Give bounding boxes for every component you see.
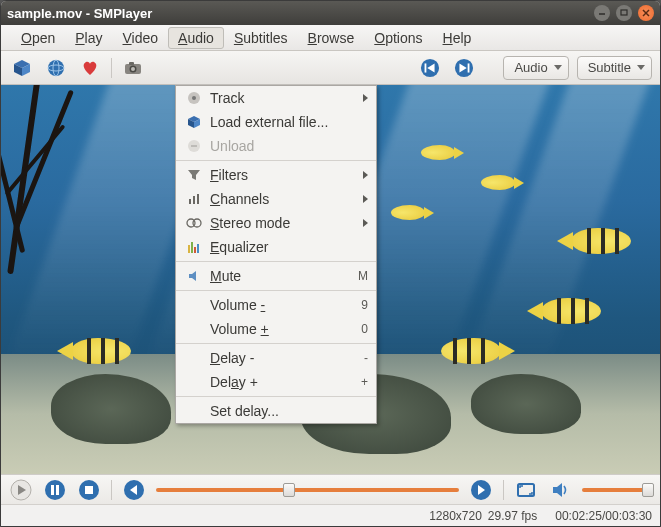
menu-audio[interactable]: Audio [168, 27, 224, 49]
playback-controls [1, 474, 660, 504]
svg-marker-36 [189, 271, 196, 281]
status-resolution: 1280x720 [429, 509, 482, 523]
svg-rect-35 [197, 244, 199, 253]
window-title: sample.mov - SMPlayer [7, 6, 594, 21]
svg-rect-19 [468, 63, 470, 72]
video-viewport: Track Load external file... Unload Filte… [1, 85, 660, 474]
audio-track-dropdown[interactable]: Audio [503, 56, 568, 80]
svg-rect-34 [194, 247, 196, 253]
svg-point-39 [45, 480, 65, 500]
mute-icon [184, 268, 204, 284]
menu-item-filters[interactable]: Filters [176, 163, 376, 187]
menu-item-track[interactable]: Track [176, 86, 376, 110]
separator [503, 480, 504, 500]
menu-separator [176, 396, 376, 397]
menu-play[interactable]: Play [65, 27, 112, 49]
menu-item-volume-plus[interactable]: Volume + 0 [176, 317, 376, 341]
volume-slider[interactable] [582, 488, 652, 492]
open-url-icon[interactable] [43, 56, 69, 80]
menu-item-mute[interactable]: Mute M [176, 264, 376, 288]
titlebar: sample.mov - SMPlayer [1, 1, 660, 25]
status-total-time: 00:03:30 [605, 509, 652, 523]
file-icon [184, 114, 204, 130]
volume-icon[interactable] [548, 478, 572, 502]
svg-rect-1 [621, 10, 627, 15]
submenu-arrow-icon [363, 94, 368, 102]
toolbar: Audio Subtitle [1, 51, 660, 85]
menu-browse[interactable]: Browse [298, 27, 365, 49]
menubar: Open Play Video Audio Subtitles Browse O… [1, 25, 660, 51]
menu-item-volume-minus[interactable]: Volume - 9 [176, 293, 376, 317]
shortcut-key: - [352, 351, 368, 365]
menu-item-delay-minus[interactable]: Delay - - [176, 346, 376, 370]
menu-separator [176, 343, 376, 344]
menu-video[interactable]: Video [113, 27, 169, 49]
screenshot-icon[interactable] [120, 56, 146, 80]
window-controls [594, 5, 654, 21]
menu-separator [176, 160, 376, 161]
pause-button[interactable] [43, 478, 67, 502]
submenu-arrow-icon [363, 195, 368, 203]
menu-options[interactable]: Options [364, 27, 432, 49]
shortcut-key: M [352, 269, 368, 283]
unload-icon [184, 138, 204, 154]
menu-item-unload: Unload [176, 134, 376, 158]
stop-button[interactable] [77, 478, 101, 502]
seek-forward-button[interactable] [469, 478, 493, 502]
svg-point-7 [48, 60, 64, 76]
maximize-button[interactable] [616, 5, 632, 21]
svg-rect-43 [85, 486, 93, 494]
favorite-icon[interactable] [77, 56, 103, 80]
svg-point-21 [192, 96, 196, 100]
svg-rect-26 [191, 145, 197, 147]
status-fps: 29.97 fps [488, 509, 537, 523]
channels-icon [184, 191, 204, 207]
menu-item-delay-plus[interactable]: Delay + + [176, 370, 376, 394]
svg-rect-11 [129, 62, 134, 65]
svg-rect-33 [191, 242, 193, 253]
audio-menu: Track Load external file... Unload Filte… [175, 85, 377, 424]
menu-separator [176, 290, 376, 291]
svg-rect-40 [51, 485, 54, 495]
seek-back-button[interactable] [122, 478, 146, 502]
fullscreen-button[interactable] [514, 478, 538, 502]
svg-rect-28 [193, 196, 195, 204]
seek-slider[interactable] [156, 488, 459, 492]
submenu-arrow-icon [363, 171, 368, 179]
chevron-down-icon [554, 65, 562, 70]
seek-thumb[interactable] [283, 483, 295, 497]
menu-item-set-delay[interactable]: Set delay... [176, 399, 376, 423]
separator [111, 480, 112, 500]
svg-rect-32 [188, 245, 190, 253]
audio-track-label: Audio [514, 60, 547, 75]
close-button[interactable] [638, 5, 654, 21]
shortcut-key: + [352, 375, 368, 389]
svg-point-31 [193, 219, 201, 227]
menu-open[interactable]: Open [11, 27, 65, 49]
minimize-button[interactable] [594, 5, 610, 21]
filters-icon [184, 167, 204, 183]
play-button[interactable] [9, 478, 33, 502]
toolbar-separator [111, 58, 112, 78]
svg-rect-41 [56, 485, 59, 495]
next-track-icon[interactable] [451, 56, 477, 80]
menu-item-channels[interactable]: Channels [176, 187, 376, 211]
disc-icon [184, 90, 204, 106]
svg-point-13 [131, 67, 135, 71]
open-file-icon[interactable] [9, 56, 35, 80]
menu-item-stereo-mode[interactable]: Stereo mode [176, 211, 376, 235]
subtitle-track-dropdown[interactable]: Subtitle [577, 56, 652, 80]
shortcut-key: 0 [352, 322, 368, 336]
prev-track-icon[interactable] [417, 56, 443, 80]
stereo-icon [184, 215, 204, 231]
menu-separator [176, 261, 376, 262]
menu-item-load-external[interactable]: Load external file... [176, 110, 376, 134]
svg-marker-49 [553, 483, 562, 497]
menu-item-equalizer[interactable]: Equalizer [176, 235, 376, 259]
shortcut-key: 9 [352, 298, 368, 312]
svg-rect-29 [197, 194, 199, 204]
volume-thumb[interactable] [642, 483, 654, 497]
menu-help[interactable]: Help [433, 27, 482, 49]
menu-subtitles[interactable]: Subtitles [224, 27, 298, 49]
svg-rect-27 [189, 199, 191, 204]
